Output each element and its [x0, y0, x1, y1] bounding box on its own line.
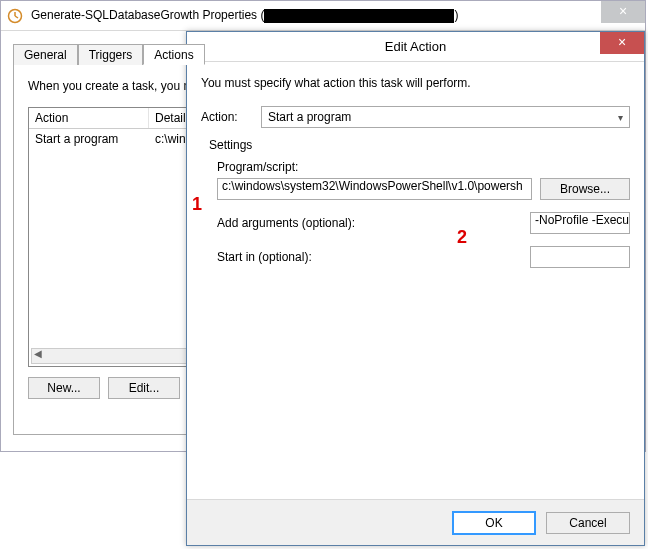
- action-combo-value: Start a program: [268, 110, 351, 124]
- task-scheduler-icon: [7, 8, 23, 24]
- startin-row: Start in (optional):: [217, 246, 630, 268]
- col-action[interactable]: Action: [29, 108, 149, 128]
- dialog-footer: OK Cancel: [187, 499, 644, 545]
- properties-close-button[interactable]: ×: [601, 1, 645, 23]
- settings-label: Settings: [209, 138, 630, 152]
- dialog-titlebar: Edit Action ×: [187, 32, 644, 62]
- startin-label: Start in (optional):: [217, 250, 312, 264]
- svg-line-2: [15, 16, 18, 18]
- dialog-prompt: You must specify what action this task w…: [201, 76, 630, 90]
- action-combo[interactable]: Start a program ▾: [261, 106, 630, 128]
- settings-group: Program/script: c:\windows\system32\Wind…: [201, 160, 630, 268]
- properties-title: Generate-SQLDatabaseGrowth Properties (): [31, 8, 458, 23]
- startin-input[interactable]: [530, 246, 630, 268]
- title-prefix: Generate-SQLDatabaseGrowth Properties (: [31, 8, 264, 22]
- tab-general[interactable]: General: [13, 44, 78, 65]
- program-label: Program/script:: [217, 160, 630, 174]
- program-input[interactable]: c:\windows\system32\WindowsPowerShell\v1…: [217, 178, 532, 200]
- dialog-title: Edit Action: [385, 39, 446, 54]
- close-icon: ×: [619, 3, 627, 19]
- properties-titlebar: Generate-SQLDatabaseGrowth Properties ()…: [1, 1, 645, 31]
- close-icon: ×: [618, 34, 626, 50]
- edit-action-dialog: Edit Action × You must specify what acti…: [186, 31, 645, 546]
- program-row: c:\windows\system32\WindowsPowerShell\v1…: [217, 178, 630, 200]
- tab-actions[interactable]: Actions: [143, 44, 204, 65]
- action-label: Action:: [201, 110, 261, 124]
- browse-button[interactable]: Browse...: [540, 178, 630, 200]
- dialog-body: You must specify what action this task w…: [187, 62, 644, 268]
- new-button[interactable]: New...: [28, 377, 100, 399]
- arguments-label: Add arguments (optional):: [217, 216, 355, 230]
- dialog-close-button[interactable]: ×: [600, 32, 644, 54]
- redacted-text: [264, 9, 454, 23]
- cancel-button[interactable]: Cancel: [546, 512, 630, 534]
- edit-button[interactable]: Edit...: [108, 377, 180, 399]
- tab-triggers[interactable]: Triggers: [78, 44, 144, 65]
- arguments-input[interactable]: -NoProfile -Executionpo: [530, 212, 630, 234]
- action-row: Action: Start a program ▾: [201, 106, 630, 128]
- title-suffix: ): [454, 8, 458, 22]
- ok-button[interactable]: OK: [452, 511, 536, 535]
- row-action: Start a program: [29, 129, 149, 149]
- arguments-row: Add arguments (optional): -NoProfile -Ex…: [217, 212, 630, 234]
- chevron-down-icon: ▾: [618, 112, 623, 123]
